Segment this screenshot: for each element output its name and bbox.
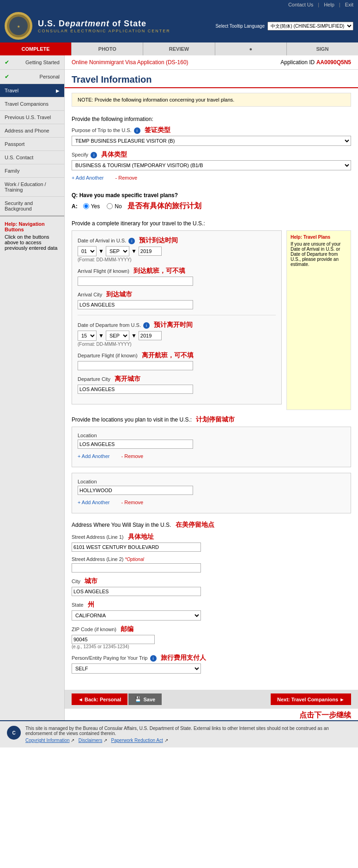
- add-another-location1-btn[interactable]: + Add Another: [78, 453, 109, 459]
- lang-dropdown[interactable]: 中文(简体) (CHINESE-SIMPLIFIED): [267, 22, 353, 30]
- footer-logo: C: [7, 726, 21, 740]
- yes-radio[interactable]: [83, 203, 89, 209]
- paperwork-link[interactable]: Paperwork Reduction Act: [111, 738, 163, 743]
- departure-month-select[interactable]: SEP: [106, 331, 129, 341]
- location2-input[interactable]: [78, 486, 193, 495]
- step-complete[interactable]: COMPLETE: [0, 42, 72, 55]
- location1-input[interactable]: [78, 440, 193, 449]
- save-button[interactable]: 💾 Save: [128, 693, 162, 705]
- arrival-flight-input[interactable]: [78, 277, 193, 286]
- sidebar-label-us-contact: U.S. Contact: [5, 155, 33, 160]
- dept-subtitle: Consular Electronic Application Center: [38, 29, 170, 33]
- departure-date-format: (Format: DD-MMM-YYYY): [78, 342, 276, 347]
- sidebar-item-previous-us-travel[interactable]: Previous U.S. Travel: [0, 111, 64, 124]
- arrival-flight-label: Arrival Flight (if known) 到达航班，可不填: [78, 267, 276, 275]
- departure-day-select[interactable]: 15: [78, 331, 97, 341]
- progress-bar: COMPLETE PHOTO REVIEW ● SIGN: [0, 42, 358, 55]
- app-header: Online Nonimmigrant Visa Application (DS…: [65, 55, 358, 70]
- address-header: Address Where You Will Stay in the U.S. …: [72, 521, 351, 529]
- sidebar-item-address-phone[interactable]: Address and Phone: [0, 124, 64, 138]
- sidebar-item-passport[interactable]: Passport: [0, 138, 64, 151]
- back-button[interactable]: ◄ Back: Personal: [72, 693, 127, 705]
- add-another-location2-btn[interactable]: + Add Another: [78, 500, 109, 505]
- save-icon: 💾: [135, 696, 141, 702]
- purpose-dropdown[interactable]: TEMP BUSINESS PLEASURE VISITOR (B): [72, 136, 351, 146]
- sidebar-item-security[interactable]: Security and Background: [0, 197, 64, 216]
- no-radio-label[interactable]: No: [107, 203, 121, 210]
- help-travel-panel: Help: Travel Plans If you are unsure of …: [286, 230, 351, 410]
- sidebar-item-travel[interactable]: Travel ▶: [0, 84, 64, 97]
- arrival-city-input[interactable]: [78, 300, 193, 309]
- arrival-year-input[interactable]: [139, 247, 162, 256]
- city-input[interactable]: [72, 587, 201, 596]
- itinerary-box: Date of Arrival in U.S. i 预计到达时间 01 ▼: [72, 230, 282, 404]
- lang-label: Select Tooltip Language: [215, 24, 265, 29]
- arrival-day-select[interactable]: 01: [78, 246, 97, 256]
- contact-us-link[interactable]: Contact Us: [288, 2, 313, 7]
- sidebar-item-travel-companions[interactable]: Travel Companions: [0, 97, 64, 111]
- yes-radio-label[interactable]: Yes: [83, 203, 100, 210]
- site-footer: C This site is managed by the Bureau of …: [0, 720, 358, 747]
- street1-input[interactable]: [72, 542, 201, 552]
- travel-plans-chinese: 是否有具体的旅行计划: [127, 201, 201, 211]
- sidebar-item-work-education[interactable]: Work / Education / Training: [0, 178, 64, 197]
- arrival-date-info-icon[interactable]: i: [128, 238, 135, 244]
- payer-dropdown[interactable]: SELF: [72, 663, 201, 674]
- location1-group: Location: [78, 433, 345, 449]
- departure-year-input[interactable]: [139, 331, 162, 340]
- add-another-purpose-btn[interactable]: + Add Another: [72, 175, 103, 181]
- save-label: Save: [143, 697, 155, 702]
- payer-info-icon[interactable]: i: [150, 655, 157, 662]
- zip-input[interactable]: [72, 635, 155, 644]
- lang-selector[interactable]: Select Tooltip Language 中文(简体) (CHINESE-…: [215, 22, 353, 30]
- step-sign[interactable]: SIGN: [287, 42, 358, 55]
- help-link[interactable]: Help: [324, 2, 334, 7]
- sidebar-item-getting-started[interactable]: ✔ Getting Started: [0, 55, 64, 70]
- sidebar-item-personal[interactable]: ✔ Personal: [0, 70, 64, 84]
- footer-text-area: This site is managed by the Bureau of Co…: [25, 726, 351, 743]
- street2-input[interactable]: [72, 563, 201, 573]
- next-chinese-hint: 点击下一步继续: [65, 711, 358, 720]
- state-dropdown[interactable]: CALIFORNIA: [72, 610, 201, 621]
- purpose-info-icon[interactable]: i: [134, 127, 140, 134]
- sidebar-label-passport: Passport: [5, 141, 24, 147]
- arrival-flight-chinese: 到达航班，可不填: [133, 267, 185, 274]
- step-review[interactable]: REVIEW: [143, 42, 215, 55]
- sidebar-item-us-contact[interactable]: U.S. Contact: [0, 151, 64, 164]
- departure-flight-input[interactable]: [78, 361, 193, 370]
- next-button[interactable]: Next: Travel Companions ►: [271, 693, 351, 705]
- specify-info-icon[interactable]: i: [91, 152, 97, 158]
- yes-no-radio[interactable]: Yes No: [83, 203, 122, 210]
- address-chinese: 在美停留地点: [176, 521, 214, 528]
- remove-purpose-btn[interactable]: - Remove: [115, 175, 137, 181]
- travel-plans-answer: A: Yes No 是否有具体的旅行计划: [72, 201, 351, 211]
- step-photo[interactable]: PHOTO: [72, 42, 143, 55]
- footer-text: This site is managed by the Bureau of Co…: [25, 726, 351, 736]
- arrival-city-chinese: 到达城市: [106, 290, 132, 298]
- sidebar-label-family: Family: [5, 168, 19, 174]
- remove-location1-btn[interactable]: - Remove: [121, 453, 143, 459]
- purpose-field-group: Purpose of Trip to the U.S. i 签证类型 TEMP …: [72, 126, 351, 146]
- check-icon-personal: ✔: [5, 73, 9, 80]
- address-fields: Street Address (Line 1) 具体地址 Street Addr…: [72, 533, 351, 674]
- travel-plans-section: Q: Have you made specific travel plans? …: [65, 192, 358, 211]
- disclaimers-link[interactable]: Disclaimers: [79, 738, 103, 743]
- purpose-chinese-label: 签证类型: [145, 126, 170, 133]
- departure-date-info-icon[interactable]: i: [143, 322, 150, 329]
- step-dot: ●: [215, 42, 287, 55]
- itinerary-form: Date of Arrival in U.S. i 预计到达时间 01 ▼: [72, 230, 282, 410]
- svg-text:★: ★: [17, 25, 20, 28]
- copyright-link[interactable]: Copyright Information: [25, 738, 70, 743]
- itinerary-section: Provide a complete itinerary for your tr…: [65, 216, 358, 683]
- main-content: Online Nonimmigrant Visa Application (DS…: [65, 55, 358, 720]
- city-label: City 城市: [72, 577, 351, 585]
- specify-dropdown[interactable]: BUSINESS & TOURISM (TEMPORARY VISITOR) (…: [72, 160, 351, 170]
- sidebar-label-work-education: Work / Education / Training: [5, 181, 60, 193]
- exit-link[interactable]: Exit: [345, 2, 353, 7]
- no-radio[interactable]: [107, 203, 113, 209]
- arrival-month-select[interactable]: SEP: [106, 246, 129, 256]
- sidebar-item-family[interactable]: Family: [0, 164, 64, 178]
- remove-location2-btn[interactable]: - Remove: [121, 500, 143, 505]
- date-sep4: ▼: [131, 332, 137, 339]
- departure-city-input[interactable]: [78, 385, 193, 394]
